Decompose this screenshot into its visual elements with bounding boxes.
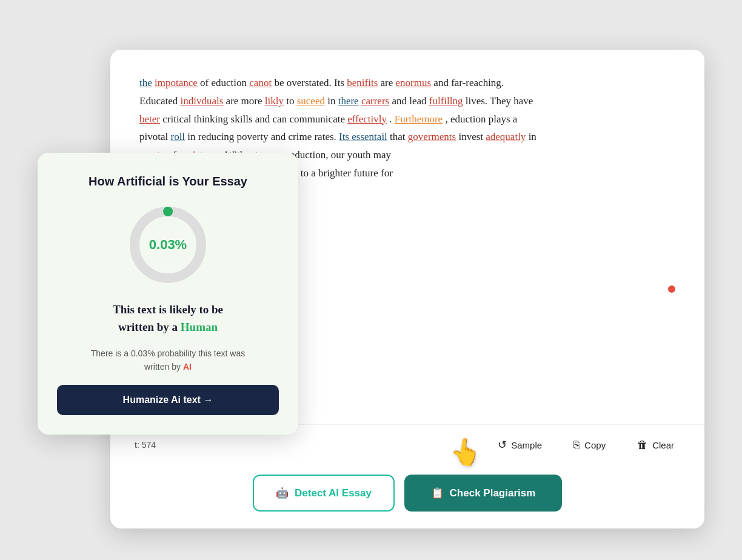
word-indivduals: indivduals xyxy=(181,95,224,107)
text-segment: lives. They have xyxy=(466,95,533,107)
copy-icon: ⎘ xyxy=(573,439,580,452)
bottom-actions: 🤖 Detect AI Essay 📋 Check Plagiarism xyxy=(110,465,704,528)
ai-result-text: This text is likely to be written by a H… xyxy=(113,301,223,336)
text-segment: in reducing poverty and crime rates. xyxy=(187,131,339,142)
text-segment: to xyxy=(286,95,296,107)
copy-button[interactable]: ⎘ Copy xyxy=(567,435,612,455)
text-segment: in xyxy=(327,95,338,107)
word-there: there xyxy=(338,95,359,107)
humanize-button[interactable]: Humanize Ai text → xyxy=(57,385,279,415)
word-carrers: carrers xyxy=(361,95,389,107)
word-the: the xyxy=(139,77,152,88)
outer-wrapper: the impotance of eduction canot be overs… xyxy=(38,32,704,528)
text-segment: that xyxy=(390,131,408,142)
cursor-hand: 👆 xyxy=(447,435,484,469)
text-segment: , eduction plays a xyxy=(445,113,517,125)
check-plagiarism-button[interactable]: 📋 Check Plagiarism xyxy=(404,475,562,512)
word-impotance: impotance xyxy=(155,77,198,88)
word-enormus: enormus xyxy=(396,77,432,88)
ai-card-title: How Artificial is Your Essay xyxy=(89,175,247,188)
word-furthemore: Furthemore xyxy=(395,113,443,125)
word-goverments: goverments xyxy=(408,131,456,142)
trash-icon: 🗑 xyxy=(637,439,648,452)
word-adequatly: adequatly xyxy=(486,131,526,142)
word-benifits: benifits xyxy=(347,77,378,88)
text-segment: in xyxy=(529,131,536,142)
donut-chart: 0.03% xyxy=(122,199,213,290)
ai-word: AI xyxy=(183,362,192,372)
clear-button[interactable]: 🗑 Clear xyxy=(631,435,680,455)
word-fulfillng: fulfillng xyxy=(429,95,463,107)
word-effectivly: effectivly xyxy=(347,113,387,125)
text-segment: are xyxy=(381,77,396,88)
word-roll: roll xyxy=(170,131,185,142)
detect-ai-button[interactable]: 🤖 Detect AI Essay xyxy=(253,475,395,512)
detect-icon: 🤖 xyxy=(276,487,289,499)
word-suceed: suceed xyxy=(297,95,325,107)
refresh-icon: ↺ xyxy=(498,438,507,452)
text-segment: critical thinking skills and can communi… xyxy=(162,113,347,125)
word-beter: beter xyxy=(139,113,160,125)
sample-button[interactable]: ↺ Sample xyxy=(492,435,548,455)
plagiarism-icon: 📋 xyxy=(431,487,444,499)
text-segment: and lead xyxy=(392,95,429,107)
word-count: t: 574 xyxy=(135,440,156,450)
text-segment: and far-reaching. xyxy=(433,77,504,88)
text-segment: of eduction xyxy=(200,77,249,88)
text-segment: pivotal xyxy=(139,131,170,142)
donut-percentage: 0.03% xyxy=(149,237,187,253)
ai-result-card: How Artificial is Your Essay 0.03% This … xyxy=(38,153,298,435)
human-label: Human xyxy=(181,321,218,333)
text-segment: . xyxy=(389,113,395,125)
text-segment: invest xyxy=(458,131,486,142)
red-dot xyxy=(668,285,675,293)
word-essentail: Its essentail xyxy=(339,131,387,142)
word-canot: canot xyxy=(249,77,272,88)
text-segment: Educated xyxy=(139,95,181,107)
text-segment: be overstated. Its xyxy=(274,77,347,88)
word-likly: likly xyxy=(265,95,284,107)
text-segment: are more xyxy=(226,95,265,107)
ai-probability-text: There is a 0.03% probability this text w… xyxy=(91,347,245,374)
